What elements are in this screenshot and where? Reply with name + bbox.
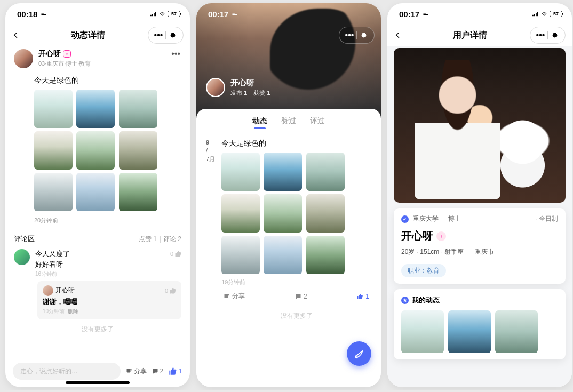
star-icon: ★ <box>401 297 409 304</box>
reply-item: 开心呀 0 谢谢，嘿嘿 10分钟前 删除 <box>37 281 181 319</box>
status-time: 00:17 <box>208 10 228 19</box>
grid-image[interactable] <box>221 194 260 233</box>
likes-count-label[interactable]: 点赞 1 <box>139 235 157 243</box>
nav-bar: 用户详情 ••• <box>387 25 572 46</box>
target-icon[interactable] <box>548 29 562 42</box>
grid-image[interactable] <box>221 236 260 274</box>
statusbar: 00:18 57 <box>5 3 190 25</box>
tab-liked[interactable]: 赞过 <box>281 116 296 129</box>
menu-dots-icon[interactable]: ••• <box>343 29 356 42</box>
comment-time: 16分钟前 <box>35 270 181 278</box>
comments-count-label[interactable]: 评论 2 <box>163 235 181 243</box>
grid-image[interactable] <box>34 90 73 128</box>
avatar[interactable] <box>43 285 53 296</box>
signal-icon <box>532 10 539 19</box>
status-time: 00:18 <box>17 10 37 19</box>
feed-date: 9/7月 <box>206 139 215 321</box>
comment-item: 今天又瘦了 0 好好看呀 16分钟前 <box>14 249 181 278</box>
svg-rect-9 <box>534 14 535 16</box>
verified-icon: ✓ <box>401 215 409 223</box>
grid-image[interactable] <box>76 90 115 128</box>
reply-like[interactable]: 0 <box>165 287 176 294</box>
tab-commented[interactable]: 评过 <box>310 116 325 129</box>
comment-like[interactable]: 0 <box>170 251 181 257</box>
comment-count[interactable]: 2 <box>295 293 307 300</box>
capsule-menu[interactable]: ••• <box>530 27 566 44</box>
menu-dots-icon[interactable]: ••• <box>152 29 165 42</box>
share-button[interactable]: 分享 <box>224 292 245 301</box>
wifi-icon <box>541 10 547 19</box>
grid-image[interactable] <box>401 310 444 353</box>
like-button[interactable]: 1 <box>357 293 369 300</box>
feed-caption: 今天是绿色的 <box>221 139 371 148</box>
grid-image[interactable] <box>306 194 345 233</box>
svg-rect-2 <box>154 13 155 16</box>
comments-header: 评论区 点赞 1｜评论 2 <box>14 234 181 244</box>
grid-image[interactable] <box>264 153 302 191</box>
grid-image[interactable] <box>76 173 115 211</box>
avatar[interactable] <box>14 249 30 265</box>
avatar[interactable] <box>206 78 225 97</box>
compose-button[interactable] <box>347 341 371 366</box>
comment-count[interactable]: 2 <box>152 367 164 375</box>
feed-item: 9/7月 今天是绿色的 19分钟前 分享 2 <box>196 134 381 321</box>
svg-rect-0 <box>150 14 152 15</box>
share-button[interactable]: 分享 <box>126 367 147 376</box>
grid-image[interactable] <box>34 173 73 211</box>
svg-rect-10 <box>536 13 537 16</box>
reply-author: 开心呀 <box>55 286 75 294</box>
capsule-menu[interactable]: ••• <box>339 27 375 44</box>
avatar[interactable] <box>14 49 33 68</box>
bed-icon <box>423 10 429 19</box>
post-header: 开心呀♀ 03·重庆市·博士·教育 ••• <box>14 46 181 69</box>
profile-photo[interactable] <box>394 48 566 203</box>
statusbar: 00:17 57 <box>387 3 572 25</box>
grid-image[interactable] <box>119 131 157 170</box>
author-name[interactable]: 开心呀♀ <box>38 49 165 59</box>
grid-image[interactable] <box>448 310 491 353</box>
capsule-menu[interactable]: ••• <box>148 27 184 44</box>
grid-image[interactable] <box>119 90 157 128</box>
back-button[interactable] <box>394 31 410 39</box>
back-button[interactable] <box>12 31 28 39</box>
page-title: 用户详情 <box>410 30 530 41</box>
grid-image[interactable] <box>76 131 115 170</box>
battery-icon: 57 <box>550 11 562 17</box>
grid-image[interactable] <box>264 236 302 274</box>
reply-time: 10分钟前 <box>43 308 65 314</box>
comment-author: 今天又瘦了 0 <box>35 249 181 259</box>
like-button[interactable]: 1 <box>169 367 182 375</box>
thumbnail-row <box>401 310 558 353</box>
tab-posts[interactable]: 动态 <box>252 116 267 129</box>
post-more-icon[interactable]: ••• <box>170 49 181 59</box>
target-icon[interactable] <box>166 29 180 42</box>
grid-image[interactable] <box>306 153 345 191</box>
grid-image[interactable] <box>119 173 157 211</box>
gender-tag: ♀ <box>63 50 71 58</box>
author-sub: 03·重庆市·博士·教育 <box>38 60 165 68</box>
bottom-bar: 走心，说点好听的… 分享 2 1 <box>5 363 190 380</box>
target-icon[interactable] <box>357 29 371 42</box>
delete-button[interactable]: 删除 <box>68 308 78 314</box>
post-time: 20分钟前 <box>34 217 181 225</box>
menu-dots-icon[interactable]: ••• <box>534 29 547 42</box>
grid-image[interactable] <box>264 194 302 233</box>
feed-time: 19分钟前 <box>221 278 371 286</box>
comment-input[interactable]: 走心，说点好听的… <box>13 363 121 380</box>
grid-image[interactable] <box>306 236 345 274</box>
my-posts-title: 我的动态 <box>412 295 440 305</box>
post-caption: 今天是绿色的 <box>34 76 181 85</box>
university-label: 重庆大学 <box>413 214 439 223</box>
fulltime-label: · 全日制 <box>535 214 558 223</box>
reply-text: 谢谢，嘿嘿 <box>43 297 176 307</box>
svg-point-7 <box>363 35 365 36</box>
grid-image[interactable] <box>221 153 260 191</box>
bed-icon <box>41 10 47 19</box>
statusbar: 00:17 <box>196 3 381 25</box>
profile-name: 开心呀 <box>230 78 270 88</box>
grid-image[interactable] <box>34 131 73 170</box>
screen-post-detail: 00:18 57 动态详情 ••• 开心呀♀ 03·重庆市·博士·教育 <box>5 3 190 387</box>
grid-image[interactable] <box>495 310 538 353</box>
image-grid <box>221 153 345 274</box>
svg-point-5 <box>172 35 174 36</box>
